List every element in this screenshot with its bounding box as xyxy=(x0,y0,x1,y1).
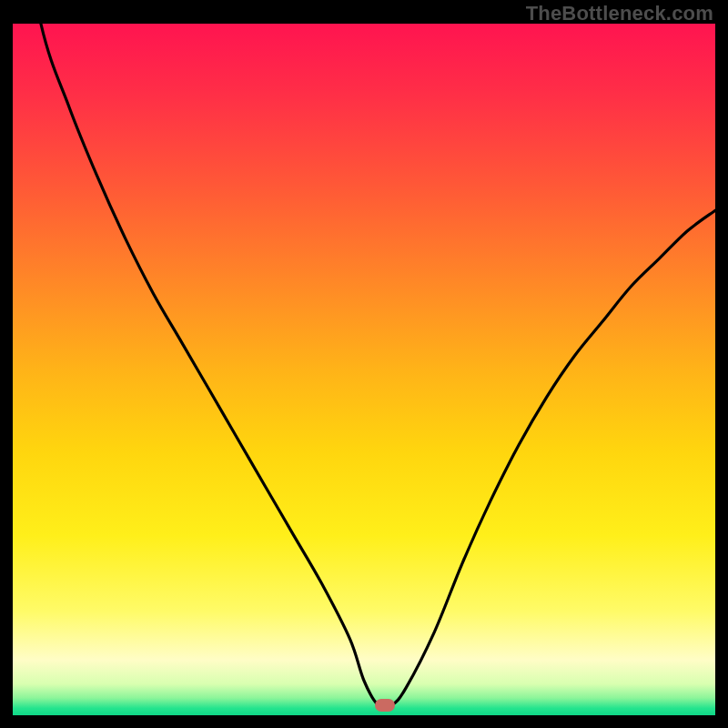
plot-inner xyxy=(13,24,715,715)
optimum-marker xyxy=(375,699,395,712)
curve-svg xyxy=(13,24,715,715)
watermark-text: TheBottleneck.com xyxy=(526,2,713,25)
bottleneck-curve-path xyxy=(13,24,715,707)
chart-frame: TheBottleneck.com xyxy=(0,0,728,728)
plot-area xyxy=(13,24,715,715)
